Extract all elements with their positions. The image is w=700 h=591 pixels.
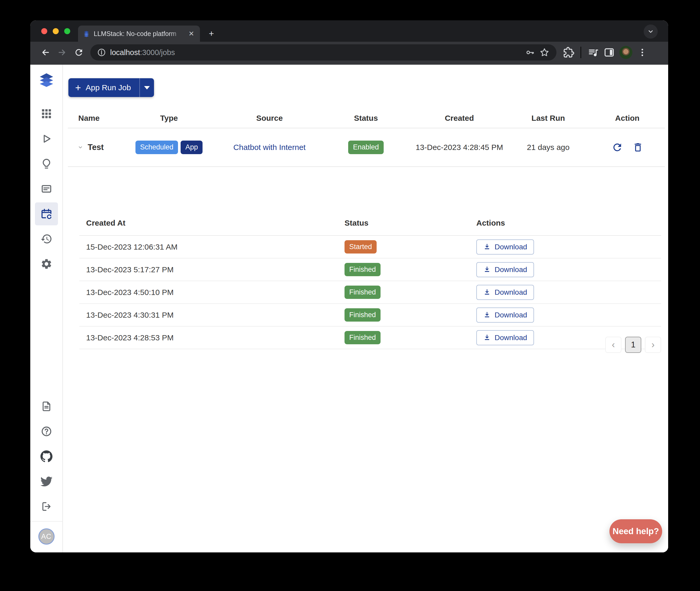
run-created-at: 13-Dec-2023 4:30:31 PM bbox=[79, 311, 345, 320]
job-name-cell[interactable]: Test bbox=[68, 143, 119, 152]
job-runs-table: Created At Status Actions 15-Dec-2023 12… bbox=[79, 210, 661, 349]
run-job-dropdown-button[interactable] bbox=[139, 78, 154, 97]
next-page-button[interactable]: › bbox=[645, 337, 661, 353]
col-action: Action bbox=[590, 114, 665, 123]
chevron-down-icon bbox=[647, 28, 654, 35]
app-run-job-button[interactable]: + App Run Job bbox=[68, 78, 154, 97]
run-status-badge: Finished bbox=[345, 263, 381, 276]
job-last-run: 21 days ago bbox=[507, 143, 590, 152]
back-button[interactable] bbox=[38, 45, 53, 60]
sidebar-footer: AC bbox=[30, 521, 62, 552]
sidebar-item-logout[interactable] bbox=[35, 495, 58, 518]
run-created-at: 15-Dec-2023 12:06:31 AM bbox=[79, 243, 345, 251]
extensions-icon[interactable] bbox=[563, 47, 574, 58]
tab-strip: LLMStack: No-code platform ✕ + bbox=[30, 20, 668, 42]
sidebar-item-data[interactable] bbox=[35, 177, 58, 200]
sidebar-item-jobs[interactable] bbox=[35, 202, 58, 225]
download-button[interactable]: Download bbox=[476, 308, 534, 323]
window-controls bbox=[41, 28, 70, 34]
site-info-icon[interactable] bbox=[97, 48, 106, 57]
col-created-at: Created At bbox=[79, 218, 345, 227]
page-1-button[interactable]: 1 bbox=[625, 337, 641, 353]
side-panel-icon[interactable] bbox=[604, 47, 615, 58]
col-created: Created bbox=[412, 114, 507, 123]
help-icon bbox=[41, 425, 52, 437]
play-icon bbox=[41, 133, 52, 145]
download-button[interactable]: Download bbox=[476, 240, 534, 255]
new-tab-button[interactable]: + bbox=[206, 28, 217, 39]
documents-icon bbox=[41, 183, 52, 195]
job-type-cell: Scheduled App bbox=[119, 141, 219, 154]
tab-close-icon[interactable]: ✕ bbox=[187, 29, 195, 38]
sidebar-item-twitter[interactable] bbox=[35, 470, 58, 493]
col-source: Source bbox=[219, 114, 320, 123]
media-playlist-icon[interactable] bbox=[587, 47, 599, 58]
run-status-badge: Finished bbox=[345, 331, 381, 344]
sidebar-item-prompts[interactable] bbox=[35, 152, 58, 175]
bookmark-star-icon[interactable] bbox=[539, 47, 550, 58]
download-label: Download bbox=[494, 288, 527, 297]
sidebar-item-docs[interactable] bbox=[35, 395, 58, 418]
rerun-job-icon[interactable] bbox=[611, 142, 623, 153]
tab-title: LLMStack: No-code platform bbox=[94, 30, 184, 38]
download-button[interactable]: Download bbox=[476, 285, 534, 300]
download-icon bbox=[483, 266, 491, 274]
github-icon bbox=[41, 450, 52, 462]
type-badge-app: App bbox=[181, 141, 202, 154]
password-key-icon[interactable] bbox=[525, 48, 535, 57]
download-label: Download bbox=[494, 334, 527, 342]
download-label: Download bbox=[494, 311, 527, 319]
sidebar-item-github[interactable] bbox=[35, 445, 58, 468]
run-row: 15-Dec-2023 12:06:31 AM Started Download bbox=[79, 236, 661, 258]
download-icon bbox=[483, 288, 491, 296]
sidebar-item-history[interactable] bbox=[35, 227, 58, 250]
toolbar-divider bbox=[580, 47, 581, 58]
browser-menu-icon[interactable] bbox=[637, 47, 648, 58]
browser-profile-avatar[interactable] bbox=[619, 46, 632, 59]
browser-tab[interactable]: LLMStack: No-code platform ✕ bbox=[78, 25, 200, 42]
zoom-window-button[interactable] bbox=[64, 28, 70, 34]
col-run-status: Status bbox=[345, 218, 476, 227]
minimize-window-button[interactable] bbox=[53, 28, 59, 34]
run-row: 13-Dec-2023 4:50:10 PM Finished Download bbox=[79, 281, 661, 304]
run-row: 13-Dec-2023 5:17:27 PM Finished Download bbox=[79, 258, 661, 281]
download-icon bbox=[483, 311, 491, 319]
sidebar-item-settings[interactable] bbox=[35, 253, 58, 275]
llmstack-logo[interactable] bbox=[37, 71, 56, 90]
pagination: ‹ 1 › bbox=[605, 337, 661, 353]
job-name: Test bbox=[88, 143, 104, 152]
need-help-button[interactable]: Need help? bbox=[609, 519, 662, 543]
col-run-actions: Actions bbox=[476, 218, 661, 227]
screenshot-canvas: LLMStack: No-code platform ✕ + bbox=[0, 0, 700, 591]
reload-button[interactable] bbox=[71, 45, 86, 60]
job-row: Test Scheduled App Chatbot with Internet… bbox=[68, 128, 665, 167]
tab-search-button[interactable] bbox=[644, 24, 658, 39]
download-icon bbox=[483, 334, 491, 342]
address-bar[interactable]: localhost:3000/jobs bbox=[90, 44, 557, 61]
download-label: Download bbox=[494, 243, 527, 251]
job-source-link[interactable]: Chatbot with Internet bbox=[233, 143, 306, 152]
run-created-at: 13-Dec-2023 4:50:10 PM bbox=[79, 288, 345, 297]
col-name: Name bbox=[68, 114, 119, 123]
collapse-chevron-icon[interactable] bbox=[77, 144, 83, 150]
sidebar-item-playground[interactable] bbox=[35, 127, 58, 150]
job-status-badge: Enabled bbox=[348, 141, 384, 154]
runs-table-header: Created At Status Actions bbox=[79, 210, 661, 236]
run-created-at: 13-Dec-2023 5:17:27 PM bbox=[79, 265, 345, 274]
user-avatar[interactable]: AC bbox=[38, 528, 55, 544]
dropdown-caret-icon bbox=[144, 86, 150, 89]
apps-grid-icon bbox=[41, 108, 52, 120]
sidebar-item-apps[interactable] bbox=[35, 102, 58, 125]
download-button[interactable]: Download bbox=[476, 262, 534, 277]
delete-job-icon[interactable] bbox=[632, 142, 643, 153]
app-content: AC + App Run Job Name bbox=[30, 65, 668, 552]
browser-toolbar: localhost:3000/jobs bbox=[30, 42, 668, 65]
close-window-button[interactable] bbox=[41, 28, 47, 34]
jobs-table-header: Name Type Source Status Created Last Run… bbox=[68, 108, 665, 128]
sidebar-item-help[interactable] bbox=[35, 420, 58, 443]
download-button[interactable]: Download bbox=[476, 330, 534, 345]
sign-out-icon bbox=[41, 501, 52, 512]
forward-button[interactable] bbox=[55, 45, 69, 60]
previous-page-button[interactable]: ‹ bbox=[605, 337, 622, 353]
run-created-at: 13-Dec-2023 4:28:53 PM bbox=[79, 333, 345, 342]
